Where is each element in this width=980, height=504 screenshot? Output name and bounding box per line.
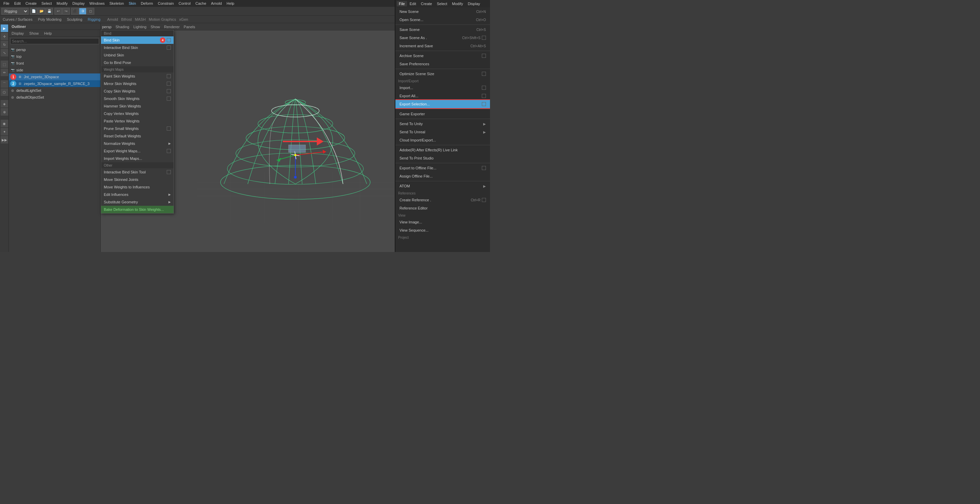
outliner-item-front[interactable]: 📷 front [9, 60, 100, 67]
after-effects-menuitem[interactable]: Adobe(R) After Effects(R) Live Link [395, 146, 490, 154]
save-btn[interactable]: 💾 [46, 8, 53, 14]
export-all-option[interactable] [482, 94, 486, 98]
import-menuitem[interactable]: Import... [395, 84, 490, 92]
optimize-option[interactable] [482, 72, 486, 76]
file-topbar-file[interactable]: File [397, 1, 407, 6]
game-exporter-menuitem[interactable]: Game Exporter [395, 110, 490, 118]
prune-option[interactable] [167, 127, 171, 131]
mirror-skin-weights-item[interactable]: Mirror Skin Weights [101, 80, 173, 87]
curves-surfaces-tab[interactable]: Curves / Surfaces [2, 17, 34, 22]
menu-constrain[interactable]: Constrain [156, 1, 176, 6]
paste-vertex-weights-item[interactable]: Paste Vertex Weights [101, 117, 173, 125]
move-tool[interactable]: ✛ [1, 33, 8, 40]
export-selection-option[interactable] [482, 102, 486, 106]
lasso-tool[interactable]: ⬚ [1, 60, 8, 68]
menu-create[interactable]: Create [24, 1, 39, 6]
save-preferences-menuitem[interactable]: Save Preferences [395, 60, 490, 68]
archive-option[interactable] [482, 54, 486, 58]
export-selection-menuitem[interactable]: Export Selection... [395, 100, 490, 108]
new-scene-btn[interactable]: 📄 [30, 8, 37, 14]
scale-tool[interactable]: ⤡ [1, 49, 8, 57]
export-offline-option[interactable] [482, 166, 486, 170]
file-topbar-modify[interactable]: Modify [450, 1, 465, 6]
outliner-item-zepeto[interactable]: 2 ⊟ zepeto_3Dspace_sample_R_SPACE_3 [9, 80, 100, 87]
menu-deform[interactable]: Deform [139, 1, 155, 6]
save-scene-as-option[interactable] [482, 36, 486, 40]
anim-tool[interactable]: ▶▶ [1, 136, 8, 144]
send-to-unreal-menuitem[interactable]: Send To Unreal ▶ [395, 128, 490, 136]
open-btn[interactable]: 📂 [38, 8, 45, 14]
archive-scene-menuitem[interactable]: Archive Scene [395, 52, 490, 60]
tool-btn-2[interactable]: ③ [79, 8, 86, 14]
mirror-option[interactable] [167, 82, 171, 86]
outliner-item-side[interactable]: 📷 side [9, 67, 100, 73]
panels-menu[interactable]: Panels [184, 25, 195, 29]
menu-skeleton[interactable]: Skeleton [107, 1, 126, 6]
menu-arnold[interactable]: Arnold [209, 1, 224, 6]
move-skinned-joints-item[interactable]: Move Skinned Joints [101, 176, 173, 183]
file-topbar-edit[interactable]: Edit [408, 1, 418, 6]
optimize-scene-menuitem[interactable]: Optimize Scene Size [395, 70, 490, 78]
assign-offline-menuitem[interactable]: Assign Offline File... [395, 172, 490, 180]
menu-file[interactable]: File [2, 1, 11, 6]
smooth-option[interactable] [167, 97, 171, 101]
open-scene-menuitem[interactable]: Open Scene... Ctrl+O [395, 16, 490, 24]
shading-menu[interactable]: Shading [116, 25, 129, 29]
copy-skin-weights-item[interactable]: Copy Skin Weights [101, 87, 173, 95]
menu-skin[interactable]: Skin [127, 1, 138, 6]
menu-help[interactable]: Help [224, 1, 237, 6]
smooth-skin-weights-item[interactable]: Smooth Skin Weights [101, 95, 173, 102]
outliner-item-defaultobjectset[interactable]: ◎ defaultObjectSet [9, 94, 100, 101]
select-tool[interactable]: ▶ [1, 24, 8, 32]
create-reference-option[interactable] [482, 198, 486, 202]
bake-deformation-item[interactable]: Bake Deformation to Skin Weights... [101, 206, 173, 213]
bind-skin-option-box[interactable] [167, 38, 171, 42]
tool-btn-3[interactable]: ◻ [87, 8, 94, 14]
deform-tool[interactable]: ◈ [1, 100, 8, 108]
send-to-print-studio-menuitem[interactable]: Send To Print Studio [395, 154, 490, 162]
go-to-bind-pose-item[interactable]: Go to Bind Pose [101, 59, 173, 66]
sculpting-tab[interactable]: Sculpting [66, 17, 84, 22]
show-menu[interactable]: Show [150, 25, 160, 29]
export-all-menuitem[interactable]: Export All... [395, 92, 490, 100]
rigging-tab[interactable]: Rigging [86, 17, 102, 22]
increment-save-menuitem[interactable]: Increment and Save Ctrl+Alt+S [395, 42, 490, 50]
paint-skin-weights-item[interactable]: Paint Skin Weights [101, 73, 173, 80]
undo-btn[interactable]: ↩ [54, 8, 62, 14]
export-option[interactable] [167, 149, 171, 153]
cloud-import-export-menuitem[interactable]: Cloud Import/Export... [395, 136, 490, 144]
fx-tool[interactable]: ✦ [1, 128, 8, 135]
create-reference-menuitem[interactable]: Create Reference . Ctrl+R [395, 196, 490, 204]
prune-small-weights-item[interactable]: Prune Small Weights [101, 125, 173, 132]
bind-skin-item[interactable]: Bind Skin 4 [101, 36, 173, 44]
export-offline-menuitem[interactable]: Export to Offline File... [395, 164, 490, 172]
paint-option[interactable] [167, 74, 171, 78]
copy-option[interactable] [167, 89, 171, 93]
reset-default-weights-item[interactable]: Reset Default Weights [101, 132, 173, 140]
menu-modify[interactable]: Modify [54, 1, 69, 6]
file-topbar-display[interactable]: Display [466, 1, 482, 6]
view-sequence-menuitem[interactable]: View Sequence... [395, 226, 490, 234]
menu-edit[interactable]: Edit [12, 1, 23, 6]
render-tool[interactable]: ◉ [1, 120, 8, 127]
interactive-bind-option[interactable] [167, 46, 171, 50]
menu-select[interactable]: Select [40, 1, 54, 6]
interactive-bind-skin-item[interactable]: Interactive Bind Skin [101, 44, 173, 51]
interactive-bind-skin-tool-item[interactable]: Interactive Bind Skin Tool [101, 168, 173, 176]
substitute-geometry-item[interactable]: Substitute Geometry ▶ [101, 198, 173, 206]
renderer-menu[interactable]: Renderer [164, 25, 180, 29]
save-scene-menuitem[interactable]: Save Scene Ctrl+S [395, 25, 490, 34]
hammer-skin-weights-item[interactable]: Hammer Skin Weights [101, 102, 173, 110]
file-topbar-select[interactable]: Select [435, 1, 450, 6]
copy-vertex-weights-item[interactable]: Copy Vertex Weights [101, 110, 173, 117]
outliner-item-top[interactable]: 📷 top [9, 53, 100, 60]
import-weights-maps-item[interactable]: Import Weights Maps... [101, 155, 173, 162]
outliner-help[interactable]: Help [43, 31, 53, 36]
new-scene-menuitem[interactable]: New Scene Ctrl+N [395, 8, 490, 16]
outliner-display[interactable]: Display [10, 31, 25, 36]
menu-cache[interactable]: Cache [193, 1, 208, 6]
reference-editor-menuitem[interactable]: Reference Editor [395, 204, 490, 212]
outliner-item-jnt[interactable]: 1 ⊞ Jnt_zepeto_3Dspace [9, 73, 100, 80]
export-weight-maps-item[interactable]: Export Weight Maps... [101, 147, 173, 155]
send-to-unity-menuitem[interactable]: Send To Unity ▶ [395, 120, 490, 128]
